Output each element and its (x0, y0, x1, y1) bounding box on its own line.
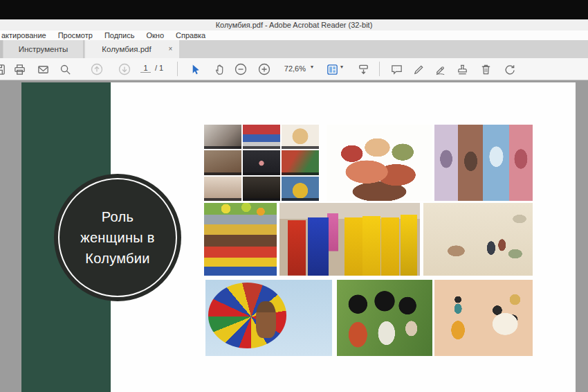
zoom-in-icon[interactable] (257, 62, 271, 76)
page-view-caret-icon[interactable]: ▾ (340, 64, 343, 70)
tab-tools-label: Инструменты (19, 45, 68, 53)
menu-sign[interactable]: Подпись (104, 30, 135, 40)
tab-tools[interactable]: Инструменты (3, 40, 84, 58)
photo-cell (282, 125, 319, 149)
sign-icon[interactable] (433, 62, 447, 76)
indigenous-women-group (337, 280, 432, 356)
photo-cell (204, 125, 241, 149)
page-view-icon[interactable] (325, 62, 339, 76)
acrobat-reader-window: Колумбия.pdf - Adobe Acrobat Reader (32-… (0, 0, 588, 392)
photo-grid (204, 125, 319, 201)
page-number-input[interactable]: 1 (140, 64, 151, 73)
dancer-figure (256, 301, 276, 338)
pdf-page: Роль женщины в Колумбии (21, 82, 576, 392)
menu-bar: актирование Просмотр Подпись Окно Справк… (0, 30, 588, 40)
toolbar: 1 / 1 72,6% ▾ ▾ (0, 58, 588, 80)
page-total-label: / 1 (155, 64, 163, 72)
women-group-illustration (327, 125, 432, 201)
screen-top-strip (0, 0, 588, 19)
photo-cell (282, 150, 319, 175)
highlight-icon[interactable] (412, 62, 425, 76)
next-page-icon[interactable] (118, 62, 131, 76)
delete-icon[interactable] (479, 62, 493, 76)
tab-document-label: Колумбия.pdf (102, 45, 151, 53)
slide-title-line: Колумбии (85, 248, 150, 269)
menu-view[interactable]: Просмотр (58, 30, 93, 40)
email-icon[interactable] (36, 62, 50, 76)
vintage-dance-illustration (423, 203, 533, 276)
menu-help[interactable]: Справка (176, 30, 205, 40)
menu-window[interactable]: Окно (146, 30, 164, 40)
zoom-dropdown-caret-icon[interactable]: ▾ (311, 64, 313, 70)
window-titlebar: Колумбия.pdf - Adobe Acrobat Reader (32-… (0, 19, 588, 30)
redo-icon[interactable] (502, 62, 516, 76)
famous-colombian-women-photo-grid (204, 125, 319, 201)
slide-title-line: женщины в (80, 227, 154, 248)
stamp-icon[interactable] (455, 62, 469, 76)
search-icon[interactable] (58, 62, 72, 76)
palenquera-with-fruit-basket (204, 203, 277, 276)
women-in-traditional-dresses (279, 203, 420, 276)
slide-title-line: Роль (102, 206, 134, 227)
tab-home-partial[interactable] (0, 40, 3, 58)
toolbar-separator (177, 62, 178, 76)
carnival-dancer-with-feathers (205, 280, 332, 356)
select-tool-icon[interactable] (188, 62, 202, 76)
banknote-women-portraits (434, 125, 533, 201)
close-icon[interactable]: × (166, 44, 175, 53)
photo-cell (204, 177, 241, 201)
watercolor-women-painting (434, 280, 533, 356)
zoom-level-value[interactable]: 72,6% (277, 64, 306, 73)
tab-document[interactable]: Колумбия.pdf × (85, 40, 179, 58)
tab-bar: Инструменты Колумбия.pdf × (0, 40, 588, 58)
photo-cell (243, 150, 280, 175)
hand-tool-icon[interactable] (213, 62, 227, 76)
document-viewport[interactable]: Роль женщины в Колумбии (0, 80, 588, 392)
print-icon[interactable] (12, 62, 26, 76)
window-title: Колумбия.pdf - Adobe Acrobat Reader (32-… (216, 21, 373, 29)
photo-cell (204, 150, 241, 175)
toolbar-separator (379, 62, 380, 76)
menu-edit[interactable]: актирование (1, 30, 46, 40)
scrolling-mode-icon[interactable] (356, 62, 370, 76)
previous-page-icon[interactable] (90, 62, 104, 76)
photo-cell (282, 177, 319, 201)
zoom-out-icon[interactable] (234, 62, 248, 76)
slide-title-circle: Роль женщины в Колумбии (54, 174, 181, 301)
comment-icon[interactable] (389, 62, 403, 76)
photo-cell (243, 177, 280, 201)
photo-cell (243, 125, 280, 149)
save-icon[interactable] (0, 62, 6, 76)
